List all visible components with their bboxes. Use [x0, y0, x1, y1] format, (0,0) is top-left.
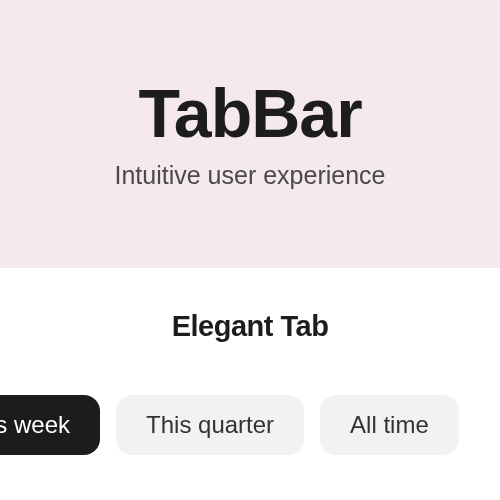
tab-this-quarter[interactable]: This quarter: [116, 395, 304, 455]
section-title: Elegant Tab: [172, 310, 329, 343]
tab-all-time[interactable]: All time: [320, 395, 459, 455]
tab-bar: This week This quarter All time: [0, 395, 432, 455]
hero-subtitle: Intuitive user experience: [115, 161, 386, 190]
hero-title: TabBar: [138, 79, 361, 147]
hero: TabBar Intuitive user experience: [0, 0, 500, 268]
tab-this-week[interactable]: This week: [0, 395, 100, 455]
section: Elegant Tab This week This quarter All t…: [0, 268, 500, 455]
